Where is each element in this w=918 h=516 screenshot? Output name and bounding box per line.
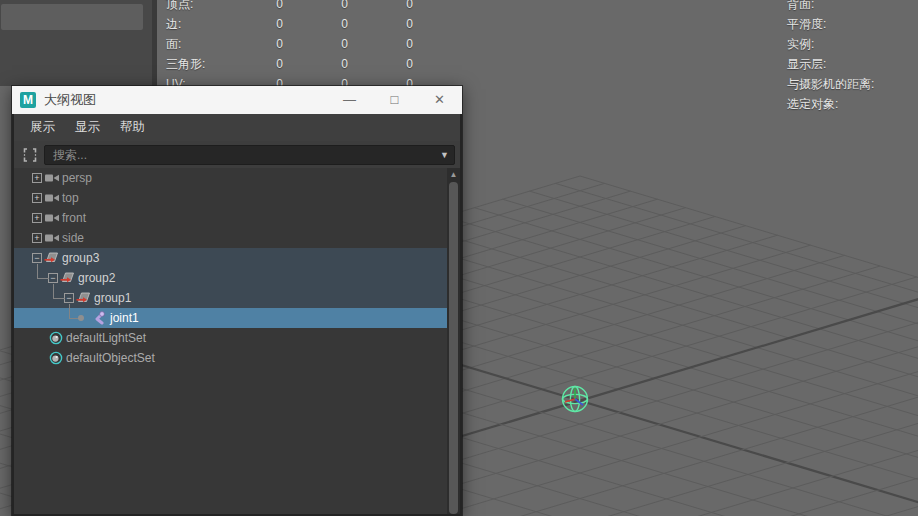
tree-item-front[interactable]: +front (14, 208, 447, 228)
expand-toggle-icon[interactable]: − (64, 293, 74, 303)
maya-desktop: { "viewport": { "hud_left": [ {"label": … (0, 0, 918, 516)
hud-label: 背面: (787, 0, 814, 14)
tree-item-label: group2 (78, 268, 115, 288)
tree-item-group1[interactable]: −group1 (14, 288, 447, 308)
background-panel (0, 0, 152, 86)
hud-value: 0 (368, 54, 413, 74)
hud-object-details: 背面:平滑度:实例:显示层:与摄影机的距离:选定对象: (787, 0, 917, 104)
tree-scrollbar[interactable]: ▲ (447, 168, 460, 514)
camera-icon (44, 231, 60, 245)
hud-value: 0 (238, 14, 283, 34)
search-input[interactable] (44, 145, 455, 165)
close-button[interactable]: ✕ (417, 86, 462, 114)
hud-value: 0 (303, 34, 348, 54)
tree-item-joint1[interactable]: joint1 (14, 308, 447, 328)
background-input-field[interactable] (1, 4, 143, 30)
window-title: 大纲视图 (44, 91, 327, 109)
transform-icon (44, 251, 60, 265)
search-wrap: ▼ (44, 145, 455, 165)
tree-item-label: top (62, 188, 79, 208)
hud-label: 三角形: (166, 57, 205, 71)
hud-value: 0 (238, 54, 283, 74)
expand-toggle-icon[interactable]: − (48, 273, 58, 283)
expand-toggle-icon[interactable]: − (32, 253, 42, 263)
hud-value: 0 (368, 14, 413, 34)
tree-item-label: defaultObjectSet (66, 348, 155, 368)
menu-show[interactable]: 显示 (65, 114, 110, 141)
tree-item-group2[interactable]: −group2 (14, 268, 447, 288)
tree-item-label: front (62, 208, 86, 228)
chevron-down-icon[interactable]: ▼ (440, 148, 449, 162)
hud-value: 0 (303, 0, 348, 14)
maximize-button[interactable]: □ (372, 86, 417, 114)
outliner-searchrow: ▼ (14, 141, 460, 168)
minimize-button[interactable]: — (327, 86, 372, 114)
hud-value: 0 (238, 34, 283, 54)
expand-toggle-icon[interactable]: + (32, 213, 42, 223)
scroll-up-icon[interactable]: ▲ (447, 170, 460, 180)
camera-icon (44, 171, 60, 185)
hud-value: 0 (368, 0, 413, 14)
transform-icon (76, 291, 92, 305)
hud-poly-count: 顶点:000边:000面:000三角形:000UV:000 (166, 0, 426, 94)
expand-toggle-icon[interactable]: + (32, 193, 42, 203)
tree-item-group3[interactable]: −group3 (14, 248, 447, 268)
expand-toggle-icon[interactable]: + (32, 233, 42, 243)
panel-divider (152, 0, 157, 86)
tree-item-label: persp (62, 168, 92, 188)
tree-item-label: group1 (94, 288, 131, 308)
outliner-tree: ▲ +persp+top+front+side−group3−group2−gr… (14, 168, 460, 514)
camera-icon (44, 191, 60, 205)
outliner-titlebar[interactable]: M 大纲视图 — □ ✕ (12, 86, 462, 114)
tree-item-label: side (62, 228, 84, 248)
hud-label: 显示层: (787, 54, 826, 74)
hud-row: 边:000 (166, 14, 426, 34)
hud-row: 顶点:000 (166, 0, 426, 14)
tree-item-label: defaultLightSet (66, 328, 146, 348)
expand-toggle-icon[interactable]: + (32, 173, 42, 183)
outliner-content: 展示 显示 帮助 ▼ ▲ +persp+top+front+side−group… (12, 114, 462, 516)
hud-label: 实例: (787, 34, 814, 54)
maya-logo-icon: M (20, 92, 36, 108)
scrollbar-thumb[interactable] (449, 182, 458, 514)
tree-item-defaultObjectSet[interactable]: defaultObjectSet (14, 348, 447, 368)
hud-value: 0 (368, 34, 413, 54)
transform-icon (60, 271, 76, 285)
hud-label: 选定对象: (787, 94, 838, 114)
hud-label: 边: (166, 17, 181, 31)
hud-label: 面: (166, 37, 181, 51)
outliner-window: M 大纲视图 — □ ✕ 展示 显示 帮助 ▼ ▲ +p (12, 86, 462, 516)
tree-item-defaultLightSet[interactable]: defaultLightSet (14, 328, 447, 348)
menu-help[interactable]: 帮助 (110, 114, 155, 141)
tree-item-label: group3 (62, 248, 99, 268)
joint-icon (92, 311, 108, 325)
tree-item-label: joint1 (110, 308, 139, 328)
set-icon (48, 351, 64, 365)
tree-item-top[interactable]: +top (14, 188, 447, 208)
hud-row: 面:000 (166, 34, 426, 54)
hud-value: 0 (303, 54, 348, 74)
hud-label: 与摄影机的距离: (787, 74, 874, 94)
hud-label: 平滑度: (787, 14, 826, 34)
camera-icon (44, 211, 60, 225)
tree-item-side[interactable]: +side (14, 228, 447, 248)
joint-gizmo[interactable] (555, 380, 595, 420)
hud-value: 0 (238, 0, 283, 14)
set-icon (48, 331, 64, 345)
filter-select-icon[interactable] (21, 146, 39, 164)
hud-row: 三角形:000 (166, 54, 426, 74)
hud-label: 顶点: (166, 0, 193, 11)
hud-value: 0 (303, 14, 348, 34)
outliner-menubar: 展示 显示 帮助 (14, 114, 460, 141)
menu-display[interactable]: 展示 (20, 114, 65, 141)
tree-item-persp[interactable]: +persp (14, 168, 447, 188)
